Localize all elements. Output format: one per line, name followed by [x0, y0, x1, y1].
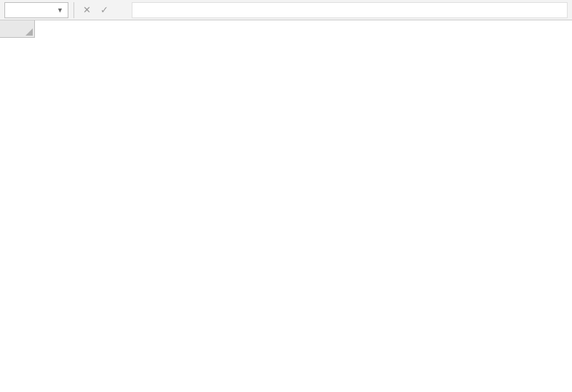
- separator: [74, 2, 74, 18]
- cancel-icon[interactable]: ✕: [79, 3, 94, 17]
- formula-input[interactable]: [132, 2, 568, 18]
- fx-icon[interactable]: [114, 3, 129, 17]
- formula-bar: ▼ ✕ ✓: [0, 0, 572, 20]
- enter-icon[interactable]: ✓: [97, 3, 111, 17]
- select-all-triangle-icon: [25, 28, 33, 36]
- select-all-corner[interactable]: [0, 20, 35, 38]
- name-box[interactable]: ▼: [4, 2, 68, 18]
- chevron-down-icon[interactable]: ▼: [57, 7, 63, 14]
